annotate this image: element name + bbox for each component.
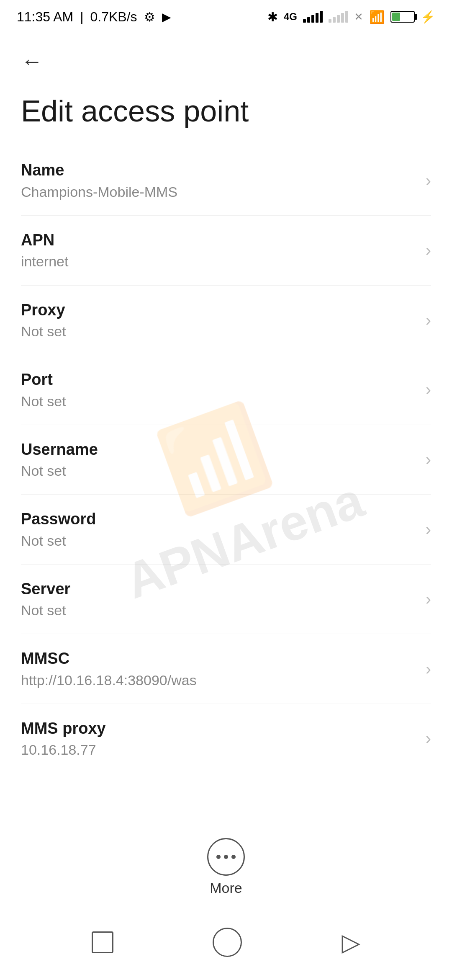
signal-4g-icon: 4G (284, 11, 297, 23)
bar2 (307, 17, 310, 23)
settings-value-server: Not set (21, 601, 417, 619)
settings-item-proxy[interactable]: Proxy Not set › (21, 286, 431, 356)
settings-item-username-content: Username Not set (21, 439, 417, 480)
chevron-right-icon: › (426, 590, 431, 609)
settings-item-name[interactable]: Name Champions-Mobile-MMS › (21, 146, 431, 216)
settings-value-name: Champions-Mobile-MMS (21, 183, 417, 201)
settings-label-username: Username (21, 439, 417, 460)
charging-icon: ⚡ (421, 10, 435, 24)
more-button[interactable] (207, 838, 245, 876)
settings-item-server-content: Server Not set (21, 579, 417, 620)
settings-item-proxy-content: Proxy Not set (21, 300, 417, 341)
settings-item-password[interactable]: Password Not set › (21, 495, 431, 565)
battery-fill (392, 13, 400, 21)
chevron-right-icon: › (426, 520, 431, 539)
settings-item-mmsc[interactable]: MMSC http://10.16.18.4:38090/was › (21, 634, 431, 704)
settings-item-server[interactable]: Server Not set › (21, 565, 431, 634)
bar3 (311, 15, 314, 23)
settings-value-mmsc: http://10.16.18.4:38090/was (21, 671, 417, 689)
settings-item-mms-proxy-content: MMS proxy 10.16.18.77 (21, 718, 417, 759)
signal-bars-1 (303, 11, 323, 23)
bar4 (316, 13, 318, 23)
status-right: ✱ 4G ✕ 📶 ⚡ (267, 10, 435, 24)
dot-3 (231, 855, 236, 859)
settings-item-port[interactable]: Port Not set › (21, 355, 431, 425)
network-speed: 0.7KB/s (90, 9, 137, 25)
time-display: 11:35 AM (17, 9, 73, 25)
back-button[interactable]: ← (21, 46, 431, 76)
settings-value-port: Not set (21, 392, 417, 410)
settings-item-name-content: Name Champions-Mobile-MMS (21, 160, 417, 201)
bar1 (303, 19, 306, 23)
battery-indicator (390, 11, 415, 23)
dot-2 (224, 855, 228, 859)
wifi-icon: 📶 (369, 10, 385, 24)
back-nav-icon: ◁ (342, 928, 360, 957)
settings-item-password-content: Password Not set (21, 509, 417, 550)
settings-label-apn: APN (21, 230, 417, 250)
settings-label-mms-proxy: MMS proxy (21, 718, 417, 739)
bar5 (320, 11, 323, 23)
settings-value-apn: internet (21, 252, 417, 271)
x-icon: ✕ (354, 10, 363, 23)
bluetooth-icon: ✱ (267, 10, 278, 24)
chevron-right-icon: › (426, 660, 431, 678)
settings-item-username[interactable]: Username Not set › (21, 425, 431, 495)
more-label: More (210, 880, 242, 896)
settings-icon: ⚙ (144, 10, 155, 24)
chevron-right-icon: › (426, 311, 431, 330)
bar2 (333, 17, 336, 23)
signal-bars-2 (329, 11, 348, 23)
bar1 (329, 19, 331, 23)
settings-item-apn-content: APN internet (21, 230, 417, 271)
home-icon (213, 928, 242, 957)
settings-value-password: Not set (21, 531, 417, 550)
bar3 (337, 15, 340, 23)
page-title: Edit access point (0, 85, 452, 146)
nav-recents-button[interactable] (92, 931, 113, 953)
status-left: 11:35 AM | 0.7KB/s ⚙ ▶ (17, 9, 171, 25)
settings-item-port-content: Port Not set (21, 369, 417, 410)
settings-list: Name Champions-Mobile-MMS › APN internet… (0, 146, 452, 773)
speed-display: | (80, 9, 83, 25)
dot-1 (216, 855, 221, 859)
navigation-bar: ◁ (0, 905, 452, 980)
status-bar: 11:35 AM | 0.7KB/s ⚙ ▶ ✱ 4G ✕ 📶 ⚡ (0, 0, 452, 34)
recents-icon (92, 931, 113, 953)
settings-item-apn[interactable]: APN internet › (21, 216, 431, 286)
nav-back-button[interactable]: ◁ (342, 928, 360, 957)
settings-item-mms-proxy[interactable]: MMS proxy 10.16.18.77 › (21, 704, 431, 774)
settings-label-mmsc: MMSC (21, 648, 417, 669)
settings-label-password: Password (21, 509, 417, 529)
nav-home-button[interactable] (213, 928, 242, 957)
back-arrow-icon: ← (21, 50, 43, 72)
settings-label-name: Name (21, 160, 417, 181)
chevron-right-icon: › (426, 171, 431, 190)
settings-label-port: Port (21, 369, 417, 390)
more-dots-icon (216, 855, 236, 859)
header: ← (0, 34, 452, 85)
bar5 (345, 11, 348, 23)
settings-label-proxy: Proxy (21, 300, 417, 320)
settings-value-proxy: Not set (21, 322, 417, 340)
settings-item-mmsc-content: MMSC http://10.16.18.4:38090/was (21, 648, 417, 689)
more-button-container: More (0, 838, 452, 896)
video-icon: ▶ (162, 10, 171, 24)
chevron-right-icon: › (426, 380, 431, 399)
chevron-right-icon: › (426, 729, 431, 748)
chevron-right-icon: › (426, 241, 431, 260)
bar4 (341, 13, 344, 23)
settings-value-mms-proxy: 10.16.18.77 (21, 740, 417, 759)
settings-label-server: Server (21, 579, 417, 599)
settings-value-username: Not set (21, 462, 417, 480)
chevron-right-icon: › (426, 450, 431, 469)
